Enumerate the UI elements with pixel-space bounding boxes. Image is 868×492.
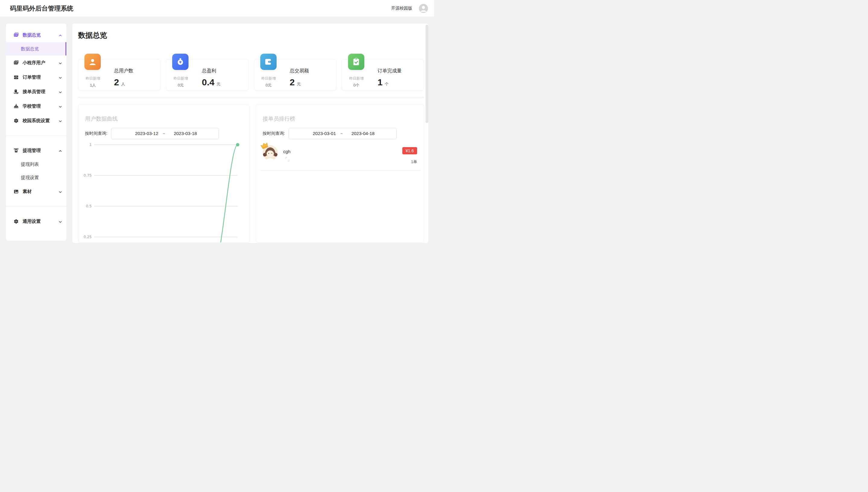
- yesterday-value: 1人: [80, 82, 105, 88]
- yesterday-value: 0个: [344, 82, 369, 88]
- stat-card-0: 昨日新增1人总用户数2人: [78, 59, 161, 91]
- svg-text:0.75: 0.75: [83, 173, 92, 177]
- sidebar-group-label: 素材: [23, 189, 58, 194]
- date-separator: ~: [340, 128, 343, 139]
- school-icon: [14, 104, 19, 109]
- dashboard-icon: [14, 32, 19, 38]
- courier-signature: 「」: [283, 157, 292, 162]
- ranking-date-end[interactable]: 2023-04-18: [352, 128, 375, 139]
- person-icon: [419, 4, 428, 13]
- chevron-down-icon: [58, 190, 62, 193]
- yesterday-label: 昨日新增: [80, 76, 105, 81]
- sidebar-group-4[interactable]: 学校管理: [6, 99, 66, 113]
- ranking-date-start[interactable]: 2023-03-01: [313, 128, 336, 139]
- chevron-down-icon: [58, 90, 62, 94]
- chevron-down-icon: [58, 61, 62, 65]
- page-title: 数据总览: [78, 30, 424, 40]
- user-avatar[interactable]: [419, 4, 428, 13]
- stat-unit: 人: [121, 81, 125, 87]
- chart-date-end[interactable]: 2023-03-18: [174, 128, 197, 139]
- stat-cards-row: 昨日新增1人总用户数2人¥昨日新增0元总盈利0.4元昨日新增0元总交易额2元昨日…: [78, 59, 424, 91]
- sidebar-group-label: 订单管理: [23, 74, 58, 80]
- courier-icon: [14, 89, 19, 94]
- user-data-line-chart: 10.750.50.25: [78, 141, 249, 242]
- stat-label: 总交易额: [290, 68, 309, 74]
- user-icon: [85, 54, 101, 70]
- ranking-list: cgh「」¥1.61单: [260, 139, 421, 171]
- ranking-item: cgh「」¥1.61单: [260, 139, 421, 171]
- chevron-down-icon: [58, 119, 62, 122]
- user-data-chart-panel: 用户数据曲线 按时间查询: 2023-03-12 ~ 2023-03-18 10…: [78, 104, 250, 243]
- chart-date-start[interactable]: 2023-03-12: [135, 128, 158, 139]
- money-bag-icon: ¥: [172, 54, 189, 70]
- sidebar: 数据总览数据总览小程序用户订单管理接单员管理学校管理校园系统设置¥提现管理提现列…: [6, 24, 66, 241]
- stat-label: 总用户数: [114, 68, 133, 74]
- sidebar-group-0[interactable]: 数据总览: [6, 28, 66, 42]
- wallet-icon: [260, 54, 276, 70]
- svg-text:0.5: 0.5: [86, 204, 92, 208]
- yesterday-label: 昨日新增: [344, 76, 369, 81]
- sidebar-group-10[interactable]: 通用设置: [6, 214, 66, 228]
- stat-value: 2: [290, 77, 295, 88]
- material-icon: [14, 189, 19, 194]
- order-count: 1单: [411, 159, 417, 165]
- chevron-down-icon: [58, 219, 62, 223]
- yesterday-value: 0元: [168, 82, 193, 88]
- sidebar-subitem[interactable]: 提现列表: [6, 158, 66, 171]
- stat-card-1: ¥昨日新增0元总盈利0.4元: [166, 59, 248, 91]
- yesterday-label: 昨日新增: [256, 76, 282, 81]
- courier-avatar: [263, 145, 278, 161]
- sidebar-divider: [6, 206, 66, 206]
- sidebar-group-3[interactable]: 接单员管理: [6, 84, 66, 99]
- svg-text:1: 1: [89, 143, 92, 147]
- stat-value: 1: [378, 77, 383, 88]
- stat-card-3: 昨日新增0个订单完成量1个: [342, 59, 424, 91]
- chart-end-dot: [236, 143, 239, 147]
- ranking-date-range-picker[interactable]: 2023-03-01 ~ 2023-04-18: [289, 128, 396, 139]
- main-scrollbar-thumb[interactable]: [426, 25, 428, 123]
- sidebar-group-8[interactable]: 素材: [6, 184, 66, 199]
- svg-text:¥: ¥: [179, 60, 182, 64]
- stat-unit: 个: [385, 81, 388, 87]
- stat-card-2: 昨日新增0元总交易额2元: [254, 59, 336, 91]
- stat-unit: 元: [217, 81, 220, 87]
- yesterday-label: 昨日新增: [168, 76, 193, 81]
- general-settings-icon: [14, 219, 19, 224]
- sidebar-group-2[interactable]: 订单管理: [6, 70, 66, 84]
- stat-value: 0.4: [202, 77, 214, 88]
- chevron-up-icon: [58, 149, 62, 152]
- ranking-filter-label: 按时间查询:: [263, 131, 285, 136]
- sidebar-group-label: 学校管理: [23, 103, 58, 109]
- sidebar-subitem[interactable]: 数据总览: [6, 42, 66, 55]
- clipboard-check-icon: [348, 54, 364, 70]
- sidebar-group-label: 通用设置: [23, 219, 58, 224]
- sidebar-group-7[interactable]: ¥提现管理: [6, 143, 66, 158]
- courier-name: cgh: [283, 149, 290, 154]
- chevron-down-icon: [58, 104, 62, 108]
- stat-value: 2: [114, 77, 119, 88]
- sidebar-group-label: 接单员管理: [23, 89, 58, 95]
- stat-label: 订单完成量: [378, 68, 402, 74]
- section-divider: [78, 97, 424, 97]
- svg-text:¥: ¥: [16, 149, 17, 152]
- stat-label: 总盈利: [202, 68, 220, 74]
- main-panel: 数据总览 昨日新增1人总用户数2人¥昨日新增0元总盈利0.4元昨日新增0元总交易…: [72, 24, 428, 243]
- miniprogram-users-icon: [14, 60, 19, 66]
- app-title: 码里码外后台管理系统: [10, 4, 73, 13]
- svg-text:0.25: 0.25: [83, 235, 92, 239]
- sidebar-group-1[interactable]: 小程序用户: [6, 55, 66, 70]
- sidebar-subitem[interactable]: 提现设置: [6, 171, 66, 184]
- sidebar-group-label: 校园系统设置: [23, 118, 58, 124]
- chevron-up-icon: [58, 33, 62, 37]
- top-header: 码里码外后台管理系统 开源校园版: [0, 0, 434, 17]
- chart-date-range-picker[interactable]: 2023-03-12 ~ 2023-03-18: [111, 128, 219, 139]
- edition-label: 开源校园版: [391, 6, 412, 11]
- sidebar-group-5[interactable]: 校园系统设置: [6, 113, 66, 128]
- sidebar-group-label: 小程序用户: [23, 60, 58, 66]
- orders-icon: [14, 75, 19, 80]
- sidebar-group-label: 数据总览: [23, 32, 58, 38]
- yesterday-value: 0元: [256, 82, 282, 88]
- campus-settings-icon: [14, 118, 19, 123]
- withdraw-icon: ¥: [14, 148, 19, 153]
- chevron-down-icon: [58, 75, 62, 79]
